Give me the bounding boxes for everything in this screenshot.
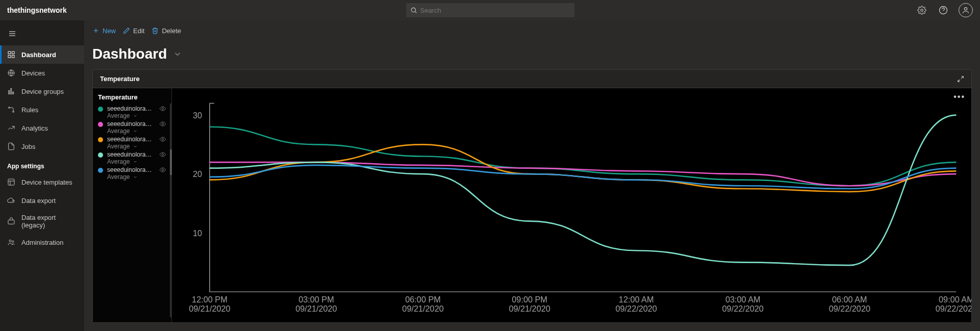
svg-text:09/21/2020: 09/21/2020: [509, 304, 550, 313]
legend-aggregate: Average: [107, 173, 130, 181]
legend-item[interactable]: seeeduinoloraw...Average: [98, 105, 166, 119]
sidebar-item-administration[interactable]: Administration: [0, 233, 84, 251]
account-button[interactable]: [959, 3, 973, 17]
svg-text:06:00 PM: 06:00 PM: [405, 295, 441, 304]
svg-text:09/22/2020: 09/22/2020: [616, 304, 657, 313]
svg-line-29: [958, 80, 960, 82]
search-input[interactable]: [420, 7, 570, 14]
temperature-card: Temperature Temperature seeeduinoloraw..…: [92, 69, 972, 323]
legend-aggregate: Average: [107, 128, 130, 135]
chevron-down-icon[interactable]: [133, 174, 138, 180]
svg-point-24: [9, 240, 11, 242]
page-title-bar: Dashboard: [84, 41, 980, 69]
help-button[interactable]: [937, 4, 949, 16]
legend-series-name: seeeduinoloraw...: [107, 120, 153, 128]
expand-icon[interactable]: [957, 75, 964, 83]
card-header: Temperature: [93, 70, 971, 88]
legend-item[interactable]: seeeduinoloraw...Average: [98, 151, 166, 165]
help-icon: [939, 6, 948, 15]
svg-text:30: 30: [193, 111, 202, 120]
sidebar-section-app-settings: App settings: [0, 156, 84, 173]
svg-point-18: [9, 107, 10, 109]
chart-series-line: [210, 144, 956, 191]
chevron-down-icon[interactable]: [133, 113, 138, 118]
topbar-actions: [916, 3, 973, 17]
sidebar-item-jobs[interactable]: Jobs: [0, 137, 84, 156]
card-body: Temperature seeeduinoloraw...Averageseee…: [93, 88, 971, 322]
person-icon: [962, 6, 970, 14]
delete-button[interactable]: Delete: [152, 27, 181, 35]
chevron-down-icon[interactable]: [133, 159, 138, 164]
sidebar-item-device-groups[interactable]: Device groups: [0, 82, 84, 100]
sidebar-item-dashboard[interactable]: Dashboard: [0, 45, 84, 64]
chart-legend-panel: Temperature seeeduinoloraw...Averageseee…: [93, 88, 172, 322]
menu-toggle[interactable]: [0, 24, 84, 45]
eye-icon[interactable]: [159, 105, 166, 112]
gear-icon: [917, 6, 926, 15]
svg-text:09/21/2020: 09/21/2020: [295, 304, 337, 313]
eye-icon[interactable]: [159, 136, 166, 143]
svg-text:09/22/2020: 09/22/2020: [722, 304, 764, 313]
legend-aggregate: Average: [107, 143, 130, 150]
legend-item[interactable]: seeeduinoloraw...Average: [98, 120, 166, 135]
sidebar-item-devices[interactable]: Devices: [0, 64, 84, 82]
settings-button[interactable]: [916, 4, 928, 16]
sidebar-item-label: Device groups: [21, 88, 64, 95]
legend-color-dot: [98, 122, 103, 127]
chevron-down-icon[interactable]: [173, 49, 182, 59]
delete-button-label: Delete: [162, 27, 181, 35]
bars-icon: [7, 87, 15, 95]
svg-text:09/22/2020: 09/22/2020: [829, 304, 870, 313]
legend-item[interactable]: seeeduinoloraw...Average: [98, 136, 166, 150]
sidebar: Dashboard Devices Device groups Rules An…: [0, 20, 84, 331]
trash-icon: [152, 27, 159, 34]
top-bar: thethingsnetwork: [0, 0, 980, 20]
sidebar-item-rules[interactable]: Rules: [0, 100, 84, 119]
svg-point-0: [411, 8, 415, 12]
sidebar-item-label: Device templates: [21, 179, 72, 186]
svg-text:20: 20: [193, 169, 202, 179]
edit-button[interactable]: Edit: [123, 27, 144, 35]
svg-point-33: [162, 154, 164, 156]
svg-text:09:00 AM: 09:00 AM: [939, 295, 971, 304]
app-shell: Dashboard Devices Device groups Rules An…: [0, 20, 980, 331]
svg-point-31: [162, 123, 164, 125]
svg-point-25: [12, 241, 14, 242]
eye-icon[interactable]: [159, 151, 166, 158]
page-title: Dashboard: [92, 46, 167, 62]
sidebar-item-analytics[interactable]: Analytics: [0, 119, 84, 137]
search-icon: [410, 7, 417, 14]
grid-icon: [7, 50, 15, 59]
new-button[interactable]: New: [92, 27, 116, 35]
svg-text:09/21/2020: 09/21/2020: [189, 304, 230, 313]
svg-text:03:00 AM: 03:00 AM: [725, 295, 761, 304]
svg-rect-12: [12, 55, 14, 58]
brand: thethingsnetwork: [7, 6, 67, 14]
legend-aggregate: Average: [107, 158, 130, 165]
legend-aggregate: Average: [107, 112, 130, 119]
template-icon: [7, 178, 15, 186]
card-title: Temperature: [100, 75, 140, 83]
svg-point-2: [921, 9, 923, 12]
svg-text:06:00 AM: 06:00 AM: [832, 295, 867, 304]
svg-text:09/21/2020: 09/21/2020: [402, 304, 443, 313]
legend-color-dot: [98, 107, 103, 112]
cloud-export-icon: [7, 196, 15, 205]
eye-icon[interactable]: [159, 166, 166, 173]
sidebar-item-label: Dashboard: [21, 51, 56, 59]
svg-text:09:00 PM: 09:00 PM: [512, 295, 547, 304]
chevron-down-icon[interactable]: [133, 129, 138, 134]
sidebar-item-data-export-legacy[interactable]: Data export (legacy): [0, 210, 84, 233]
chevron-down-icon[interactable]: [133, 144, 138, 149]
sidebar-item-device-templates[interactable]: Device templates: [0, 173, 84, 191]
eye-icon[interactable]: [159, 120, 166, 128]
sidebar-item-data-export[interactable]: Data export: [0, 191, 84, 210]
svg-text:10: 10: [193, 228, 202, 238]
svg-rect-20: [8, 179, 14, 185]
legend-item[interactable]: seeeduinoloraw...Average: [98, 166, 166, 181]
legend-title: Temperature: [98, 93, 166, 101]
sidebar-item-label: Devices: [21, 69, 45, 77]
svg-text:03:00 PM: 03:00 PM: [298, 295, 334, 304]
legend-color-dot: [98, 137, 103, 142]
search-input-wrap[interactable]: [406, 3, 574, 17]
